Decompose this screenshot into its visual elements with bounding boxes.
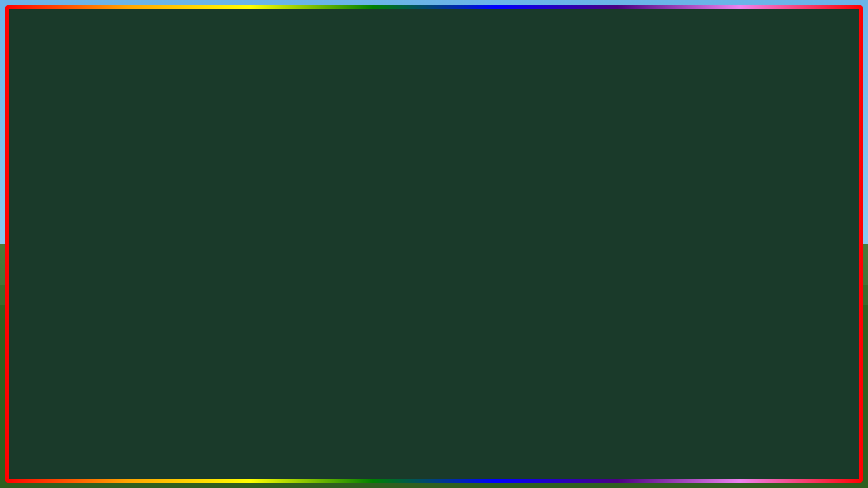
option-elite-hunter[interactable]: Auto Elite Hunter	[144, 265, 355, 284]
item-sand-label: Sand	[606, 291, 625, 301]
client-value: Fps : 60 Ping : 233.504 (4%CV)	[198, 211, 355, 221]
auto-law-raid-label: Auto Law Raid	[598, 336, 651, 345]
right-user-info: Sky #2115	[541, 378, 562, 394]
eps-icon: ⚔	[62, 281, 73, 291]
sidebar-label-setting: Setting	[77, 341, 102, 350]
option-enma[interactable]: Auto Enma/Yama	[144, 298, 355, 317]
sidebar-item-eps-raid[interactable]: ⚔ EPS-Raid	[56, 277, 136, 296]
right-sidebar-buy[interactable]: 🛒 Buy Item	[510, 316, 591, 336]
auto-buy-microchip-label: Auto Buy Microchip	[598, 317, 668, 326]
sidebar-item-buyitem[interactable]: 🛒 Buy Item	[56, 316, 136, 336]
raid-dropdown-trigger[interactable]: ... ▼	[598, 235, 809, 252]
left-avatar-icon: ☁	[66, 366, 77, 379]
r-home-icon: 🏠	[517, 203, 528, 213]
dropdown-item-magma[interactable]: Magma	[599, 252, 808, 270]
auto-buy-microchip-row[interactable]: Auto Buy Microchip	[598, 312, 809, 331]
option-rainbow-haki[interactable]: Auto Rainbow Haki	[144, 317, 355, 336]
dropdown-current: ...	[604, 239, 611, 248]
raid-dropdown-container: ... ▼ Magma Human: Buddha Sand	[598, 235, 809, 306]
radio-law-raid[interactable]	[783, 336, 791, 344]
r-label-eps: EPS-Raid	[532, 282, 568, 291]
progress-text: Total EliteHunter Progress : 6	[144, 287, 355, 295]
sidebar-item-setting[interactable]: ⚙ Setting	[56, 336, 136, 355]
option-elite-label: Auto Elite Hunter	[144, 270, 205, 279]
right-gui-header: MUKURO HUB EPS-Raid TIME | 13:36:54	[510, 176, 816, 195]
option-rainbow-label: Auto Rainbow Haki	[144, 321, 213, 331]
sidebar-label-stats: Stats	[77, 223, 96, 232]
checkbox-enma[interactable]	[342, 301, 355, 313]
r-label-stats: Stats	[532, 223, 550, 232]
option-observation[interactable]: Auto Observation V2	[144, 336, 355, 354]
checkbox-elite[interactable]	[342, 268, 355, 281]
checkbox-auto-farm[interactable]	[342, 230, 355, 243]
sidebar-item-devilfruit[interactable]: 🍎 DevilFruit	[56, 296, 136, 316]
left-section-label: Main	[200, 180, 220, 190]
home-icon: 🏠	[62, 203, 73, 213]
option-spawn-point[interactable]: Auto SetSpawnPoint	[144, 246, 355, 265]
left-gui-body: 🏠 Main 📊 Stats 📍 Teleport 👤 Players ⚔ EP…	[56, 195, 361, 359]
setting-icon: ⚙	[62, 340, 73, 350]
work-lvl-text: WORK LVL 2200	[549, 80, 802, 117]
players-icon: 👤	[62, 262, 73, 272]
sidebar-item-players[interactable]: 👤 Players	[56, 257, 136, 277]
right-avatar-icon: ☁	[521, 380, 532, 393]
server-time-row: Server Time Hour : 0 Minute : 10 Second …	[144, 199, 355, 209]
checkbox-spawn[interactable]	[342, 249, 355, 262]
left-sidebar: 🏠 Main 📊 Stats 📍 Teleport 👤 Players ⚔ EP…	[56, 195, 137, 359]
update-banner: UPDATE 17 SCRIPT PASTEBIN	[0, 408, 868, 478]
stats-icon: 📊	[62, 222, 73, 232]
work-lvl-badge: WORK LVL 2200	[536, 75, 814, 123]
left-time-label: TIME | 13:36:49	[302, 182, 355, 190]
right-sidebar-main[interactable]: 🏠 Main	[510, 198, 591, 218]
r-fruit-icon: 🍎	[517, 301, 528, 311]
r-label-main: Main	[532, 203, 549, 213]
svg-rect-20	[387, 217, 427, 298]
dropdown-item-buddha[interactable]: Human: Buddha	[599, 270, 808, 287]
right-section-label: EPS-Raid	[645, 180, 685, 190]
r-setting-icon: ⚙	[517, 340, 528, 350]
checkbox-rainbow[interactable]	[342, 320, 355, 332]
option-auto-farm[interactable]: Auto Farm Level	[144, 227, 355, 246]
r-label-fruit: DevilFruit	[532, 302, 566, 311]
checkbox-chicken[interactable]	[797, 353, 809, 365]
r-label-players: Players	[532, 262, 559, 272]
sidebar-item-teleport[interactable]: 📍 Teleport	[56, 237, 136, 257]
checkbox-microchip[interactable]	[797, 315, 809, 327]
client-label: Client	[144, 211, 198, 221]
sidebar-item-stats[interactable]: 📊 Stats	[56, 218, 136, 237]
left-gui-header: MUKURO HUB Main TIME | 13:36:49	[56, 176, 361, 195]
auto-buy-chicken-row[interactable]: Auto Buy Chicken Raid	[598, 350, 809, 369]
update-text: UPDATE 17	[90, 409, 433, 476]
dropdown-chevron-icon: ▼	[795, 239, 803, 248]
auto-raid-row[interactable]: Auto Raid	[598, 199, 809, 218]
right-sidebar-fruit[interactable]: 🍎 DevilFruit	[510, 296, 591, 316]
right-sidebar-stats[interactable]: 📊 Stats	[510, 218, 591, 237]
select-raid-label: Select Raid	[598, 222, 809, 232]
sidebar-item-main[interactable]: 🏠 Main	[56, 198, 136, 218]
right-time-label: TIME | 13:36:54	[756, 182, 809, 190]
main-title: BLOX FRUITS	[193, 14, 675, 81]
script-text: SCRIPT	[446, 430, 583, 472]
right-sidebar-players[interactable]: 👤 Players	[510, 257, 591, 277]
auto-law-raid-row[interactable]: Auto Law Raid	[598, 331, 809, 350]
divider-1	[144, 224, 355, 224]
title-area: BLOX FRUITS	[0, 14, 868, 81]
sidebar-label-main: Main	[77, 203, 95, 213]
teleport-icon: 📍	[62, 242, 73, 252]
server-time-value: Hour : 0 Minute : 10 Second : 52	[198, 199, 355, 209]
right-user-avatar: ☁	[517, 377, 536, 396]
right-sidebar-setting[interactable]: ⚙ Setting	[510, 336, 591, 355]
pastebin-text: PASTEBIN	[593, 430, 778, 472]
sidebar-label-teleport: Teleport	[77, 243, 106, 252]
dropdown-item-sand[interactable]: Sand	[599, 287, 808, 305]
checkbox-observation[interactable]	[342, 339, 355, 351]
item-magma-label: Magma	[606, 256, 633, 266]
right-sidebar-eps[interactable]: ⚔ EPS-Raid	[510, 277, 591, 296]
checkbox-law-raid[interactable]	[797, 334, 809, 346]
checkbox-auto-raid[interactable]	[797, 203, 809, 215]
right-user-bar: ☁ Sky #2115	[510, 373, 816, 399]
auto-buy-chicken-label: Auto Buy Chicken Raid	[598, 354, 682, 364]
r-buy-icon: 🛒	[517, 321, 528, 331]
right-sidebar-teleport[interactable]: 📍 Teleport	[510, 237, 591, 257]
item-buddha-label: Human: Buddha	[606, 274, 665, 283]
